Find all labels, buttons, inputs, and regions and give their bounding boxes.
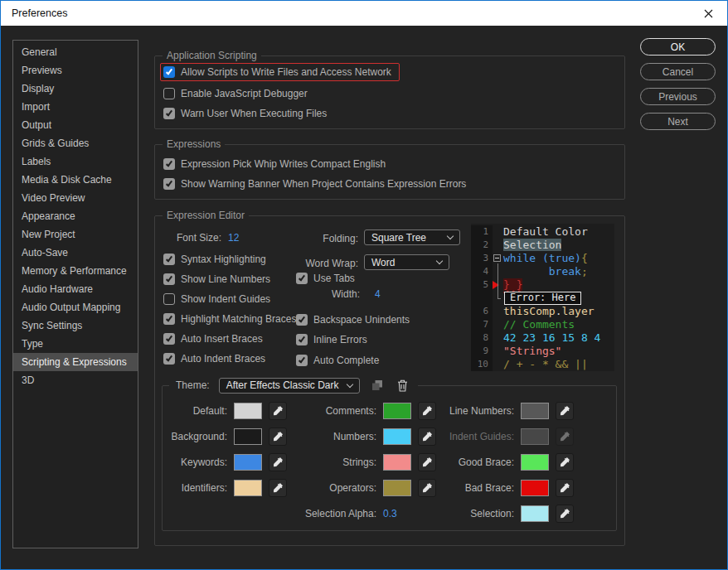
comments-eyedropper-icon[interactable]: [418, 402, 436, 420]
delete-theme-icon[interactable]: [395, 377, 411, 394]
bad-brace-eyedropper-icon[interactable]: [556, 479, 574, 497]
checkbox-label: Auto Indent Braces: [181, 353, 265, 365]
previous-button[interactable]: Previous: [640, 88, 716, 105]
checkbox-row-auto-complete: Auto Complete: [296, 355, 379, 366]
checkbox-show-line-numbers[interactable]: [163, 273, 175, 285]
sidebar-item-general[interactable]: General: [13, 43, 138, 61]
checkbox-auto-indent-braces[interactable]: [163, 353, 175, 365]
strings-swatch[interactable]: [383, 454, 411, 471]
checkbox-label: Show Indent Guides: [181, 293, 270, 305]
sidebar-item-audio-hardware[interactable]: Audio Hardware: [13, 280, 138, 298]
bad-brace-label: Bad Brace:: [465, 482, 514, 494]
line-numbers-label: Line Numbers:: [449, 405, 514, 417]
line-number: 7: [471, 318, 493, 331]
background-eyedropper-icon[interactable]: [269, 428, 287, 446]
chevron-down-icon: [447, 233, 454, 239]
line-number: 9: [471, 345, 493, 358]
next-button[interactable]: Next: [640, 113, 716, 130]
checkbox-warn-user-when-executing-files[interactable]: [163, 108, 175, 119]
operators-swatch[interactable]: [383, 480, 411, 496]
sidebar-item-import[interactable]: Import: [13, 98, 138, 116]
sidebar-item-previews[interactable]: Previews: [13, 61, 138, 80]
sidebar-item-auto-save[interactable]: Auto-Save: [13, 244, 138, 262]
tab-width-value[interactable]: 4: [375, 288, 381, 300]
checkbox-highlight-matching-braces[interactable]: [163, 313, 175, 325]
checkbox-use-tabs[interactable]: [296, 273, 308, 284]
good-brace-eyedropper-icon[interactable]: [556, 453, 574, 471]
checkbox-inline-errors[interactable]: [296, 334, 308, 345]
token: layer: [561, 305, 594, 317]
default-eyedropper-icon[interactable]: [269, 402, 287, 420]
checkbox-auto-complete[interactable]: [296, 355, 308, 366]
preferences-dialog: Preferences GeneralPreviewsDisplayImport…: [0, 0, 728, 570]
checkbox-enable-javascript-debugger[interactable]: [163, 88, 175, 99]
identifiers-swatch[interactable]: [234, 480, 262, 496]
sidebar-item-scripting-expressions[interactable]: Scripting & Expressions: [13, 353, 138, 371]
keywords-eyedropper-icon[interactable]: [269, 453, 287, 471]
sidebar-item-grids-guides[interactable]: Grids & Guides: [13, 134, 138, 152]
sidebar-item-audio-output-mapping[interactable]: Audio Output Mapping: [13, 298, 138, 316]
fold-column: [493, 318, 503, 331]
code-text: thisComp.layer: [503, 305, 595, 318]
code-text: Selection: [503, 239, 561, 252]
ok-button[interactable]: OK: [640, 38, 716, 56]
checkbox-show-warning-banner-when-project-contains-expression-errors[interactable]: [163, 178, 175, 190]
identifiers-eyedropper-icon[interactable]: [269, 479, 287, 497]
strings-label: Strings:: [342, 456, 376, 468]
keywords-swatch[interactable]: [234, 454, 262, 471]
strings-eyedropper-icon[interactable]: [418, 453, 436, 471]
token: "Strings": [503, 345, 561, 357]
checkbox-show-indent-guides[interactable]: [163, 293, 175, 305]
sidebar-item-memory-performance[interactable]: Memory & Performance: [13, 262, 138, 280]
line-number: 2: [471, 239, 493, 252]
code-text: / + - * && ||: [503, 358, 588, 371]
sidebar-item-media-disk-cache[interactable]: Media & Disk Cache: [13, 171, 138, 189]
operators-eyedropper-icon[interactable]: [418, 479, 436, 497]
checkbox-label: Inline Errors: [313, 334, 367, 345]
bad-brace-swatch[interactable]: [521, 480, 549, 496]
duplicate-theme-icon[interactable]: [369, 377, 386, 394]
checkbox-expression-pick-whip-writes-compact-english[interactable]: [163, 158, 175, 170]
word-wrap-dropdown[interactable]: Word: [364, 254, 449, 270]
code-text: while (true){: [503, 252, 588, 265]
sidebar-item-appearance[interactable]: Appearance: [13, 207, 138, 225]
numbers-swatch[interactable]: [383, 428, 411, 445]
check-icon: [166, 255, 172, 263]
token: } }: [503, 278, 522, 291]
code-text: break;: [503, 265, 588, 278]
token: Selection: [503, 239, 561, 251]
checkbox-backspace-unindents[interactable]: [296, 314, 308, 326]
numbers-eyedropper-icon[interactable]: [418, 428, 436, 446]
sidebar-item-type[interactable]: Type: [13, 335, 138, 353]
theme-dropdown[interactable]: After Effects Classic Dark: [219, 378, 360, 394]
cancel-button[interactable]: Cancel: [640, 63, 716, 80]
checkbox-syntax-highlighting[interactable]: [163, 254, 175, 265]
sidebar-item-output[interactable]: Output: [13, 116, 138, 134]
font-size-value[interactable]: 12: [228, 232, 239, 244]
close-icon[interactable]: [690, 1, 727, 26]
good-brace-swatch[interactable]: [521, 454, 549, 471]
sidebar-item-new-project[interactable]: New Project: [13, 225, 138, 244]
checkbox-allow-scripts-to-write-files-and-access-network[interactable]: [163, 66, 175, 78]
sidebar-item-labels[interactable]: Labels: [13, 152, 138, 171]
code-line: 3while (true){: [471, 252, 614, 265]
default-swatch[interactable]: [234, 403, 262, 419]
selection-alpha-value[interactable]: 0.3: [383, 508, 397, 519]
sidebar-item-3d[interactable]: 3D: [13, 371, 138, 389]
fold-column: [493, 225, 503, 239]
folding-dropdown[interactable]: Square Tree: [364, 229, 460, 245]
sidebar-item-display[interactable]: Display: [13, 80, 138, 98]
line-numbers-eyedropper-icon[interactable]: [556, 402, 574, 420]
background-swatch[interactable]: [234, 428, 262, 445]
selection-swatch[interactable]: [521, 505, 549, 522]
fold-collapse-icon[interactable]: [493, 254, 501, 262]
checkbox-label: Auto Insert Braces: [181, 333, 263, 345]
sidebar-item-video-preview[interactable]: Video Preview: [13, 189, 138, 207]
checkbox-auto-insert-braces[interactable]: [163, 333, 175, 345]
word-wrap-label: Word Wrap:: [292, 258, 358, 269]
sidebar-item-sync-settings[interactable]: Sync Settings: [13, 316, 138, 335]
checkbox-row-backspace-unindents: Backspace Unindents: [296, 314, 410, 326]
selection-eyedropper-icon[interactable]: [556, 505, 574, 523]
comments-swatch[interactable]: [383, 403, 411, 419]
line-numbers-swatch[interactable]: [521, 403, 549, 419]
